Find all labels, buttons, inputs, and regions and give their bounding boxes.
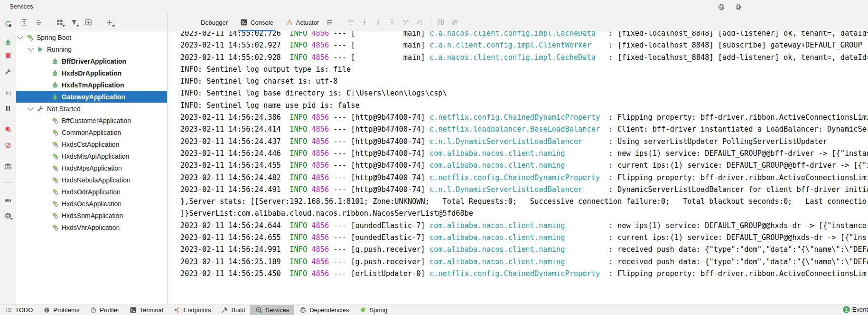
stepover-icon	[347, 19, 355, 26]
tab-actuator[interactable]: Actuator	[281, 14, 324, 31]
toolbar-separator	[340, 18, 340, 27]
dropdown-arrow-icon	[10, 218, 13, 220]
tree-item-HxdsTmApplication[interactable]: HxdsTmApplication	[16, 79, 167, 91]
tree-node-spring-boot[interactable]: Spring Boot	[16, 31, 167, 43]
actuator-icon	[286, 19, 293, 26]
spring-boot-icon	[51, 224, 59, 231]
tree-item-label: HxdsMpsApplication	[62, 164, 122, 172]
collapse-all-button[interactable]	[33, 17, 44, 28]
step-over-button[interactable]	[345, 17, 356, 28]
tab-console[interactable]: Console	[235, 14, 278, 31]
group-by-button[interactable]	[55, 17, 65, 28]
collapse-icon	[35, 19, 42, 26]
settings-gear-icon[interactable]	[733, 2, 744, 12]
tree-item-HxdsDrApplication[interactable]: HxdsDrApplication	[16, 67, 167, 79]
tree-item-HxdsVhrApplication[interactable]: HxdsVhrApplication	[16, 221, 167, 233]
spring-boot-icon	[51, 176, 59, 184]
drop-frame-button[interactable]	[401, 17, 411, 28]
expand-all-button[interactable]	[19, 17, 29, 28]
toolwindow-tab-label: Endpoints	[184, 306, 211, 314]
tree-item-HxdsMisApiApplication[interactable]: HxdsMisApiApplication	[16, 150, 167, 162]
add-service-button[interactable]	[83, 17, 93, 28]
log-line: INFO: Sentinel log base directory is: C:…	[180, 87, 868, 99]
tree-item-BffCustomerApplication[interactable]: BffCustomerApplication	[16, 115, 167, 126]
tree-item-GatewayApplication[interactable]: GatewayApplication	[16, 91, 167, 103]
chevron-down-icon[interactable]	[17, 33, 23, 39]
downbar-icon	[361, 19, 368, 26]
tree-item-label: HxdsSnmApplication	[62, 212, 123, 220]
console-icon	[240, 19, 248, 26]
settings-button[interactable]	[3, 211, 13, 220]
force-step-into-button[interactable]	[373, 17, 383, 28]
tree-item-HxdsOesApplication[interactable]: HxdsOesApplication	[16, 198, 167, 210]
log-line: 2023-02-11 14:56:24.644 INFO 4856 --- [o…	[180, 220, 868, 232]
view-breakpoints-button[interactable]	[3, 124, 13, 134]
console-menu-button[interactable]	[324, 17, 335, 28]
run-to-cursor-button[interactable]	[414, 17, 425, 28]
tree-node-running[interactable]: Running	[16, 43, 167, 55]
tree-item-BffDriverApplication[interactable]: BffDriverApplication	[16, 55, 167, 67]
toolbar-separator	[3, 83, 12, 83]
mute-breakpoints-button[interactable]	[3, 141, 13, 150]
step-into-button[interactable]	[359, 17, 370, 28]
tool-window-title: Services	[9, 3, 33, 10]
console-panel: DebuggerConsoleActuator 2023-02-11 14:55…	[168, 13, 868, 305]
tree-item-HxdsOdrApplication[interactable]: HxdsOdrApplication	[16, 186, 167, 198]
rerun-debug-button[interactable]	[3, 38, 13, 47]
dropdown-arrow-icon	[76, 25, 79, 27]
stop-button[interactable]	[3, 51, 13, 60]
profiler-icon	[90, 306, 97, 314]
step-out-button[interactable]	[387, 17, 397, 28]
log-line: 2023-02-11 14:55:02.927 INFO 4856 --- [ …	[180, 39, 868, 51]
terminal-icon	[130, 306, 137, 314]
event-log-button[interactable]: 1 Event	[840, 305, 868, 315]
console-log-area[interactable]: 2023-02-11 14:55:02.726 INFO 4856 --- [ …	[168, 31, 868, 305]
restore-layout-button[interactable]	[3, 196, 13, 205]
tree-item-HxdsCstApplication[interactable]: HxdsCstApplication	[16, 138, 167, 150]
tab-label: Debugger	[201, 19, 228, 26]
pause-button[interactable]	[3, 104, 13, 113]
sliders-icon	[451, 19, 458, 26]
rerun-button[interactable]	[3, 19, 13, 29]
panel-splitter[interactable]	[167, 13, 168, 305]
edit-configuration-button[interactable]	[3, 67, 13, 76]
tool-window-titlebar: Services	[0, 0, 868, 14]
log-line: 2023-02-11 14:56:24.414 INFO 4856 --- [h…	[180, 124, 868, 135]
tree-item-HxdsSnmApplication[interactable]: HxdsSnmApplication	[16, 210, 167, 221]
toolwindow-tab-build[interactable]: Build	[216, 305, 250, 315]
thread-dump-button[interactable]	[3, 162, 13, 171]
console-log: 2023-02-11 14:55:02.726 INFO 4856 --- [ …	[180, 31, 868, 280]
toolwindow-tab-label: Terminal	[140, 306, 163, 314]
toolwindow-tab-spring[interactable]: Spring	[354, 305, 392, 315]
downbar-icon	[374, 19, 382, 26]
toolwindow-tab-problems[interactable]: Problems	[38, 305, 84, 315]
chevron-down-icon[interactable]	[28, 105, 34, 111]
chevron-down-icon[interactable]	[28, 45, 34, 51]
add-button[interactable]	[104, 17, 115, 28]
tree-item-label: Not Started	[47, 105, 81, 113]
globe-icon[interactable]	[716, 2, 727, 12]
toolwindow-tab-services[interactable]: Services	[250, 305, 294, 315]
toolwindow-tab-endpoints[interactable]: Endpoints	[168, 305, 216, 315]
tab-debugger[interactable]: Debugger	[196, 14, 233, 31]
addbox-icon	[84, 19, 92, 26]
debug-bug-icon	[51, 69, 59, 77]
services-tree: Spring BootRunningBffDriverApplicationHx…	[16, 31, 167, 305]
resume-button[interactable]	[3, 88, 13, 98]
toolwindow-tab-todo[interactable]: TODO	[0, 305, 38, 315]
toolwindow-tab-terminal[interactable]: Terminal	[124, 305, 168, 315]
toolwindow-tab-label: Dependencies	[309, 306, 349, 314]
tree-item-CommonApplication[interactable]: CommonApplication	[16, 126, 167, 138]
layout-settings-button[interactable]	[449, 17, 460, 28]
toolwindow-tab-dependencies[interactable]: Dependencies	[294, 305, 354, 315]
toolwindow-tab-profiler[interactable]: Profiler	[84, 305, 124, 315]
runner-toolbar	[0, 13, 16, 305]
tree-item-HxdsMpsApplication[interactable]: HxdsMpsApplication	[16, 162, 167, 174]
stop-icon	[4, 52, 12, 59]
filter-button[interactable]	[69, 17, 79, 28]
evaluate-expression-button[interactable]	[436, 17, 446, 28]
tree-item-label: HxdsOdrApplication	[62, 188, 121, 196]
tree-item-HxdsNebulaApplication[interactable]: HxdsNebulaApplication	[16, 174, 167, 186]
tree-item-label: Spring Boot	[37, 34, 71, 41]
tree-node-not-started[interactable]: Not Started	[16, 103, 167, 115]
